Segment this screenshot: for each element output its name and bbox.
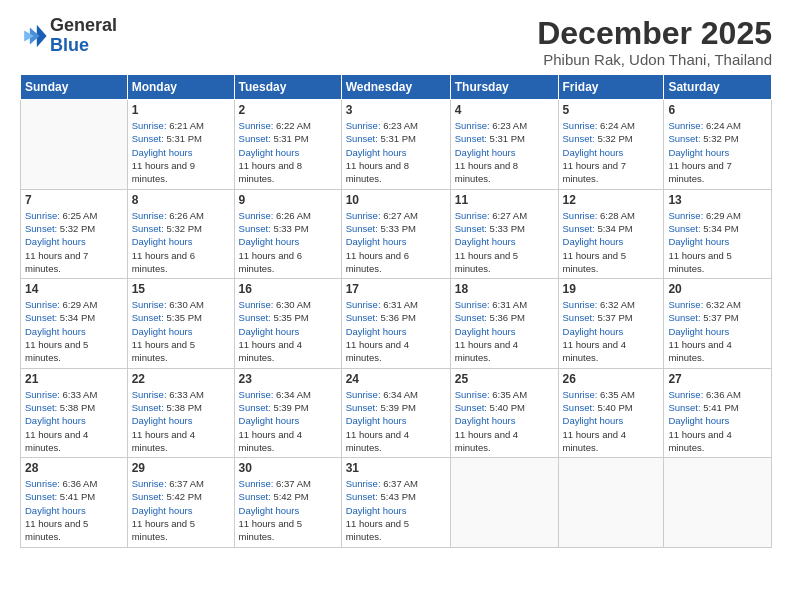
day-info: Sunrise: 6:26 AMSunset: 5:32 PMDaylight … xyxy=(132,209,230,275)
day-info: Sunrise: 6:30 AMSunset: 5:35 PMDaylight … xyxy=(132,298,230,364)
day-info: Sunrise: 6:21 AMSunset: 5:31 PMDaylight … xyxy=(132,119,230,185)
day-info: Sunrise: 6:29 AMSunset: 5:34 PMDaylight … xyxy=(25,298,123,364)
calendar-cell: 4Sunrise: 6:23 AMSunset: 5:31 PMDaylight… xyxy=(450,100,558,189)
calendar-cell xyxy=(450,458,558,547)
weekday-header-wednesday: Wednesday xyxy=(341,75,450,100)
calendar-cell: 1Sunrise: 6:21 AMSunset: 5:31 PMDaylight… xyxy=(127,100,234,189)
calendar-week-5: 28Sunrise: 6:36 AMSunset: 5:41 PMDayligh… xyxy=(21,458,772,547)
calendar-cell: 21Sunrise: 6:33 AMSunset: 5:38 PMDayligh… xyxy=(21,368,128,457)
day-number: 4 xyxy=(455,103,554,117)
calendar-cell: 2Sunrise: 6:22 AMSunset: 5:31 PMDaylight… xyxy=(234,100,341,189)
calendar-cell: 9Sunrise: 6:26 AMSunset: 5:33 PMDaylight… xyxy=(234,189,341,278)
day-number: 14 xyxy=(25,282,123,296)
calendar-cell: 8Sunrise: 6:26 AMSunset: 5:32 PMDaylight… xyxy=(127,189,234,278)
day-number: 20 xyxy=(668,282,767,296)
day-info: Sunrise: 6:32 AMSunset: 5:37 PMDaylight … xyxy=(563,298,660,364)
day-info: Sunrise: 6:35 AMSunset: 5:40 PMDaylight … xyxy=(455,388,554,454)
day-info: Sunrise: 6:22 AMSunset: 5:31 PMDaylight … xyxy=(239,119,337,185)
day-info: Sunrise: 6:32 AMSunset: 5:37 PMDaylight … xyxy=(668,298,767,364)
day-info: Sunrise: 6:37 AMSunset: 5:43 PMDaylight … xyxy=(346,477,446,543)
calendar-cell: 14Sunrise: 6:29 AMSunset: 5:34 PMDayligh… xyxy=(21,279,128,368)
day-info: Sunrise: 6:25 AMSunset: 5:32 PMDaylight … xyxy=(25,209,123,275)
logo-line1: General xyxy=(50,16,117,36)
day-number: 11 xyxy=(455,193,554,207)
calendar-cell: 24Sunrise: 6:34 AMSunset: 5:39 PMDayligh… xyxy=(341,368,450,457)
day-number: 19 xyxy=(563,282,660,296)
calendar-cell: 20Sunrise: 6:32 AMSunset: 5:37 PMDayligh… xyxy=(664,279,772,368)
day-info: Sunrise: 6:31 AMSunset: 5:36 PMDaylight … xyxy=(346,298,446,364)
main-title: December 2025 xyxy=(537,16,772,51)
calendar-cell xyxy=(21,100,128,189)
calendar-cell: 23Sunrise: 6:34 AMSunset: 5:39 PMDayligh… xyxy=(234,368,341,457)
day-number: 3 xyxy=(346,103,446,117)
day-info: Sunrise: 6:23 AMSunset: 5:31 PMDaylight … xyxy=(455,119,554,185)
page: General Blue December 2025 Phibun Rak, U… xyxy=(0,0,792,612)
day-number: 29 xyxy=(132,461,230,475)
day-number: 16 xyxy=(239,282,337,296)
calendar-cell xyxy=(558,458,664,547)
calendar-cell: 29Sunrise: 6:37 AMSunset: 5:42 PMDayligh… xyxy=(127,458,234,547)
calendar-cell: 13Sunrise: 6:29 AMSunset: 5:34 PMDayligh… xyxy=(664,189,772,278)
calendar-cell: 19Sunrise: 6:32 AMSunset: 5:37 PMDayligh… xyxy=(558,279,664,368)
day-info: Sunrise: 6:30 AMSunset: 5:35 PMDaylight … xyxy=(239,298,337,364)
logo-line2: Blue xyxy=(50,36,117,56)
weekday-header-thursday: Thursday xyxy=(450,75,558,100)
day-info: Sunrise: 6:35 AMSunset: 5:40 PMDaylight … xyxy=(563,388,660,454)
calendar-header: SundayMondayTuesdayWednesdayThursdayFrid… xyxy=(21,75,772,100)
weekday-header-saturday: Saturday xyxy=(664,75,772,100)
day-number: 24 xyxy=(346,372,446,386)
weekday-header-friday: Friday xyxy=(558,75,664,100)
day-info: Sunrise: 6:31 AMSunset: 5:36 PMDaylight … xyxy=(455,298,554,364)
day-info: Sunrise: 6:33 AMSunset: 5:38 PMDaylight … xyxy=(25,388,123,454)
subtitle: Phibun Rak, Udon Thani, Thailand xyxy=(537,51,772,68)
logo-icon xyxy=(20,22,48,50)
calendar-cell: 16Sunrise: 6:30 AMSunset: 5:35 PMDayligh… xyxy=(234,279,341,368)
calendar-cell: 25Sunrise: 6:35 AMSunset: 5:40 PMDayligh… xyxy=(450,368,558,457)
day-number: 2 xyxy=(239,103,337,117)
day-number: 21 xyxy=(25,372,123,386)
day-number: 26 xyxy=(563,372,660,386)
day-info: Sunrise: 6:37 AMSunset: 5:42 PMDaylight … xyxy=(132,477,230,543)
day-number: 22 xyxy=(132,372,230,386)
day-info: Sunrise: 6:34 AMSunset: 5:39 PMDaylight … xyxy=(239,388,337,454)
calendar-cell: 17Sunrise: 6:31 AMSunset: 5:36 PMDayligh… xyxy=(341,279,450,368)
day-number: 10 xyxy=(346,193,446,207)
day-info: Sunrise: 6:36 AMSunset: 5:41 PMDaylight … xyxy=(668,388,767,454)
calendar-cell: 28Sunrise: 6:36 AMSunset: 5:41 PMDayligh… xyxy=(21,458,128,547)
day-info: Sunrise: 6:24 AMSunset: 5:32 PMDaylight … xyxy=(563,119,660,185)
calendar-cell: 30Sunrise: 6:37 AMSunset: 5:42 PMDayligh… xyxy=(234,458,341,547)
day-number: 9 xyxy=(239,193,337,207)
day-number: 31 xyxy=(346,461,446,475)
day-info: Sunrise: 6:24 AMSunset: 5:32 PMDaylight … xyxy=(668,119,767,185)
day-number: 6 xyxy=(668,103,767,117)
calendar-cell: 12Sunrise: 6:28 AMSunset: 5:34 PMDayligh… xyxy=(558,189,664,278)
calendar-week-3: 14Sunrise: 6:29 AMSunset: 5:34 PMDayligh… xyxy=(21,279,772,368)
calendar-cell: 26Sunrise: 6:35 AMSunset: 5:40 PMDayligh… xyxy=(558,368,664,457)
day-info: Sunrise: 6:36 AMSunset: 5:41 PMDaylight … xyxy=(25,477,123,543)
day-number: 18 xyxy=(455,282,554,296)
calendar-cell: 10Sunrise: 6:27 AMSunset: 5:33 PMDayligh… xyxy=(341,189,450,278)
day-info: Sunrise: 6:34 AMSunset: 5:39 PMDaylight … xyxy=(346,388,446,454)
calendar-week-1: 1Sunrise: 6:21 AMSunset: 5:31 PMDaylight… xyxy=(21,100,772,189)
day-number: 28 xyxy=(25,461,123,475)
calendar-cell: 31Sunrise: 6:37 AMSunset: 5:43 PMDayligh… xyxy=(341,458,450,547)
calendar-cell: 6Sunrise: 6:24 AMSunset: 5:32 PMDaylight… xyxy=(664,100,772,189)
day-number: 13 xyxy=(668,193,767,207)
day-number: 8 xyxy=(132,193,230,207)
weekday-header-sunday: Sunday xyxy=(21,75,128,100)
day-number: 7 xyxy=(25,193,123,207)
calendar-table: SundayMondayTuesdayWednesdayThursdayFrid… xyxy=(20,74,772,547)
calendar-cell: 18Sunrise: 6:31 AMSunset: 5:36 PMDayligh… xyxy=(450,279,558,368)
day-info: Sunrise: 6:27 AMSunset: 5:33 PMDaylight … xyxy=(455,209,554,275)
day-info: Sunrise: 6:37 AMSunset: 5:42 PMDaylight … xyxy=(239,477,337,543)
header: General Blue December 2025 Phibun Rak, U… xyxy=(20,16,772,68)
weekday-header-row: SundayMondayTuesdayWednesdayThursdayFrid… xyxy=(21,75,772,100)
calendar-cell: 11Sunrise: 6:27 AMSunset: 5:33 PMDayligh… xyxy=(450,189,558,278)
day-info: Sunrise: 6:29 AMSunset: 5:34 PMDaylight … xyxy=(668,209,767,275)
calendar-body: 1Sunrise: 6:21 AMSunset: 5:31 PMDaylight… xyxy=(21,100,772,547)
day-number: 5 xyxy=(563,103,660,117)
calendar-cell: 27Sunrise: 6:36 AMSunset: 5:41 PMDayligh… xyxy=(664,368,772,457)
day-info: Sunrise: 6:26 AMSunset: 5:33 PMDaylight … xyxy=(239,209,337,275)
calendar-week-4: 21Sunrise: 6:33 AMSunset: 5:38 PMDayligh… xyxy=(21,368,772,457)
day-number: 27 xyxy=(668,372,767,386)
